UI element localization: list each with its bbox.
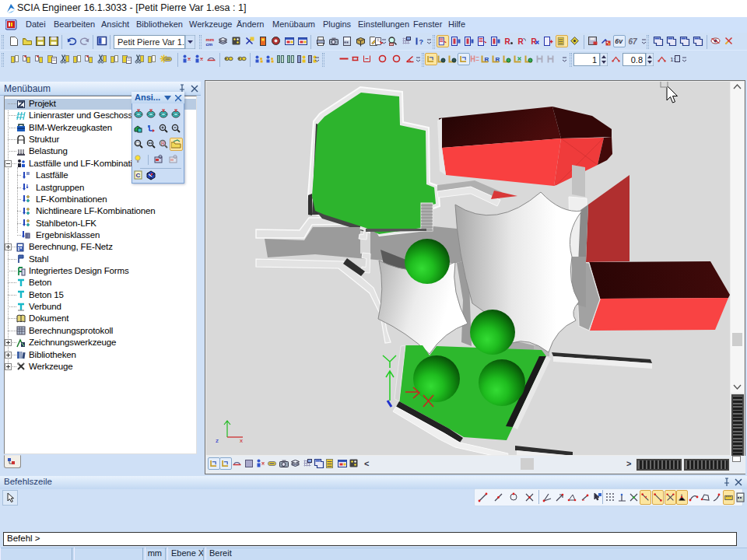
- svg-text:?: ?: [419, 38, 424, 46]
- svg-text:67: 67: [629, 37, 638, 46]
- svg-text:>: >: [626, 459, 631, 468]
- svg-text:1:: 1:: [671, 57, 675, 62]
- svg-text:R: R: [496, 56, 500, 63]
- svg-text:R: R: [161, 141, 165, 146]
- svg-text:R: R: [485, 56, 489, 63]
- svg-text:C: C: [136, 172, 141, 179]
- svg-text:6v: 6v: [615, 37, 623, 45]
- svg-text:x: x: [240, 437, 243, 444]
- svg-text:cm: cm: [206, 42, 213, 47]
- svg-text:<: <: [364, 459, 369, 468]
- svg-text:z: z: [216, 437, 219, 444]
- svg-text:R: R: [518, 37, 524, 46]
- svg-text:R: R: [505, 37, 511, 46]
